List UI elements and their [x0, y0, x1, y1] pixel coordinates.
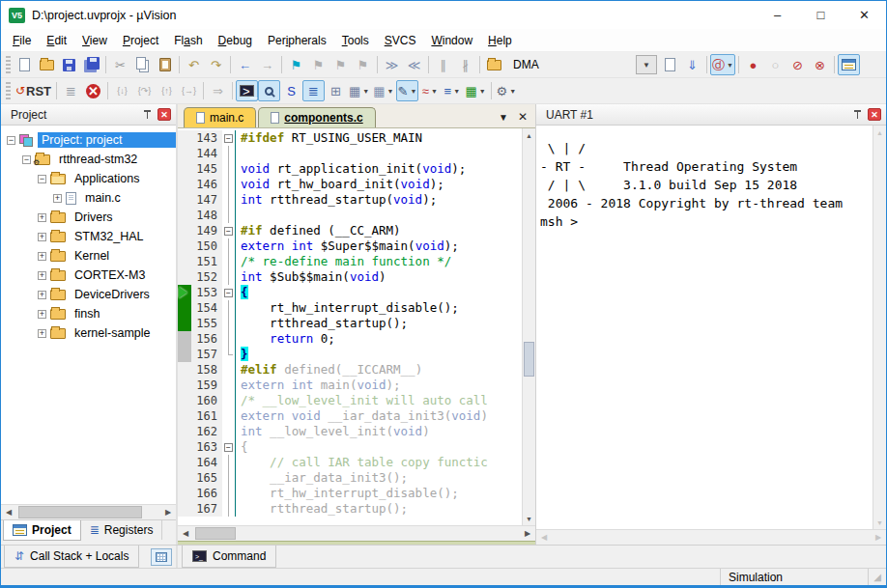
pin-icon[interactable] [143, 109, 152, 120]
call-stack-tab[interactable]: ⇵ Call Stack + Locals [4, 546, 139, 568]
scroll-left-icon[interactable]: ◀ [178, 526, 193, 541]
tree-item-kernel[interactable]: +Kernel [1, 246, 176, 266]
uart-vscrollbar[interactable]: ▲ ▼ [873, 126, 886, 529]
navigate-forward-button[interactable]: → [256, 54, 278, 75]
cut-button[interactable]: ✂ [109, 54, 131, 75]
expand-icon[interactable]: + [38, 252, 46, 261]
close-document-icon[interactable]: ✕ [518, 110, 528, 124]
tree-item-drivers[interactable]: +Drivers [1, 208, 176, 227]
maximize-button[interactable]: □ [799, 1, 843, 29]
logic-analyzer-button[interactable]: ≈▼ [418, 80, 441, 101]
open-file-button[interactable] [36, 54, 58, 75]
menu-peripherals[interactable]: Peripherals [260, 31, 334, 50]
incremental-find-button[interactable]: ⇓ [681, 54, 703, 75]
navigate-back-button[interactable]: ← [234, 54, 256, 75]
disable-all-breakpoints-button[interactable]: ⊘ [787, 54, 809, 75]
tree-item-applications[interactable]: −Applications [1, 169, 176, 188]
target-select-combo[interactable]: DMA▼ [507, 55, 657, 74]
undo-button[interactable]: ↶ [183, 54, 205, 75]
uncomment-selection-button[interactable]: ∦ [454, 54, 476, 75]
panel-tab-project[interactable]: Project [3, 520, 81, 541]
command-window-button[interactable] [236, 80, 258, 101]
disassembly-window-button[interactable] [258, 80, 280, 101]
serial-window-button[interactable]: ≣ [302, 80, 325, 101]
stop-button[interactable] [82, 80, 104, 101]
save-all-button[interactable] [80, 54, 102, 75]
editor-tab-main-c[interactable]: main.c [184, 107, 256, 127]
run-to-cursor-button[interactable]: {→} [178, 80, 200, 101]
expand-icon[interactable]: + [53, 194, 62, 203]
tree-item-cortex-m3[interactable]: +CORTEX-M3 [1, 266, 176, 285]
project-panel-close-icon[interactable]: ✕ [157, 108, 171, 121]
tree-item-stm32-hal[interactable]: +STM32_HAL [1, 227, 176, 246]
toolbar-grip[interactable] [6, 56, 11, 73]
memory-window-button[interactable] [151, 548, 172, 566]
new-file-button[interactable] [14, 54, 36, 75]
enable-breakpoint-button[interactable]: ○ [764, 54, 787, 75]
expand-icon[interactable]: + [38, 271, 46, 280]
flash-download-button[interactable] [483, 54, 505, 75]
symbols-window-button[interactable]: S [280, 80, 302, 101]
uart-panel-close-icon[interactable]: ✕ [868, 108, 881, 121]
close-button[interactable]: ✕ [843, 1, 886, 29]
scroll-right-icon[interactable]: ▶ [871, 530, 886, 545]
scroll-thumb[interactable] [524, 342, 534, 377]
menu-window[interactable]: Window [423, 31, 480, 50]
tree-item-devicedrivers[interactable]: +DeviceDrivers [1, 285, 176, 304]
project-hscrollbar[interactable]: ◀ ▶ [1, 504, 176, 519]
tree-item-rtthread-stm32[interactable]: −rtthread-stm32 [1, 150, 176, 169]
pin-icon[interactable] [853, 109, 862, 120]
redo-button[interactable]: ↷ [205, 54, 227, 75]
tab-list-icon[interactable]: ▼ [499, 112, 508, 123]
dropdown-caret-icon[interactable]: ▼ [479, 88, 486, 95]
scroll-left-icon[interactable]: ◀ [1, 505, 16, 519]
fold-collapse-icon[interactable]: − [224, 289, 233, 297]
menu-debug[interactable]: Debug [211, 31, 260, 50]
step-button[interactable]: {↓} [111, 80, 133, 101]
minimize-button[interactable]: – [756, 1, 799, 29]
collapse-icon[interactable]: − [7, 136, 15, 145]
toolbar-grip[interactable] [6, 82, 11, 99]
menu-svcs[interactable]: SVCS [377, 31, 424, 50]
dropdown-caret-icon[interactable]: ▼ [387, 88, 394, 95]
collapse-icon[interactable]: − [38, 175, 46, 183]
collapse-icon[interactable]: − [22, 155, 31, 164]
step-out-button[interactable]: {↑} [156, 80, 178, 101]
expand-icon[interactable]: + [38, 329, 46, 338]
fold-collapse-icon[interactable]: − [224, 134, 233, 143]
fold-collapse-icon[interactable]: − [224, 443, 233, 452]
kill-all-breakpoints-button[interactable]: ⊗ [809, 54, 831, 75]
run-button[interactable]: ≣ [60, 80, 82, 101]
save-button[interactable] [58, 54, 80, 75]
watch-windows-button[interactable]: ✎▼ [396, 80, 419, 101]
menu-file[interactable]: File [5, 31, 39, 50]
dropdown-caret-icon[interactable]: ▼ [509, 88, 516, 95]
scroll-thumb[interactable] [18, 506, 142, 518]
dropdown-caret-icon[interactable]: ▼ [727, 62, 733, 69]
code-editor[interactable]: 143−#ifdef RT_USING_USER_MAIN144145void … [178, 128, 522, 525]
resize-grip[interactable]: ◢ [869, 572, 886, 582]
expand-icon[interactable]: + [38, 291, 46, 299]
bookmark-next-button[interactable]: ⚑ [329, 54, 352, 75]
uart-hscrollbar[interactable]: ◀ ▶ [536, 529, 886, 545]
indent-left-button[interactable]: ≪ [403, 54, 425, 75]
indent-right-button[interactable]: ≫ [381, 54, 403, 75]
menu-flash[interactable]: Flash [166, 31, 210, 50]
bookmark-clear-all-button[interactable]: ⚑ [352, 54, 374, 75]
expand-icon[interactable]: + [38, 310, 46, 319]
find-menu-button[interactable]: ⓓ▼ [710, 54, 735, 75]
menu-edit[interactable]: Edit [39, 31, 74, 50]
analysis-windows-button[interactable]: ⊞ [325, 80, 347, 101]
dropdown-caret-icon[interactable]: ▼ [431, 88, 438, 95]
command-tab[interactable]: Command [182, 546, 276, 568]
scroll-down-icon[interactable]: ▼ [523, 512, 535, 525]
tree-item-kernel-sample[interactable]: +kernel-sample [1, 323, 176, 343]
trace-menu-button[interactable]: ▦▼ [347, 80, 371, 101]
system-viewer-button[interactable]: ≡▼ [441, 80, 463, 101]
menu-view[interactable]: View [74, 31, 115, 50]
scroll-left-icon[interactable]: ◀ [536, 530, 552, 545]
find-in-files-button[interactable] [659, 54, 681, 75]
uart-terminal[interactable]: \ | /- RT - Thread Operating System / | … [536, 126, 873, 529]
copy-button[interactable] [131, 54, 154, 75]
tree-item-main-c[interactable]: +main.c [1, 188, 176, 208]
